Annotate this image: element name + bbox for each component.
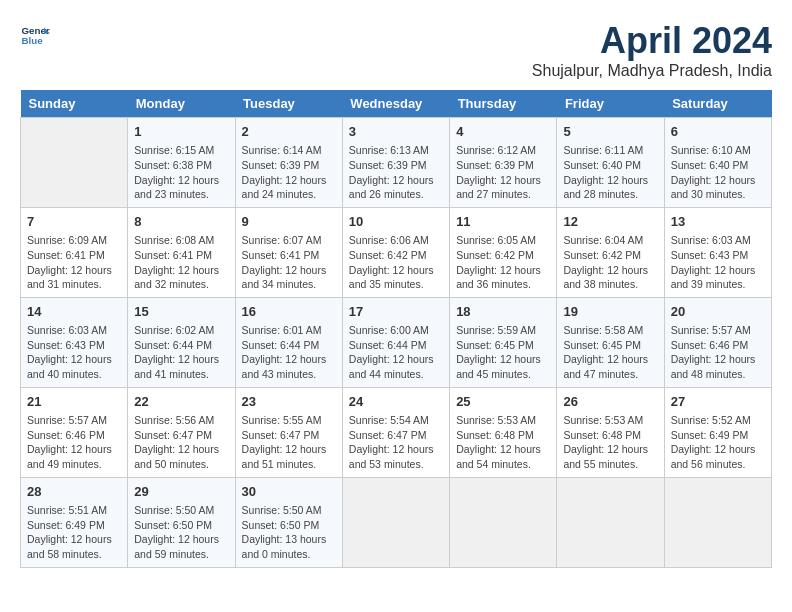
calendar-table: SundayMondayTuesdayWednesdayThursdayFrid… bbox=[20, 90, 772, 568]
calendar-cell: 12Sunrise: 6:04 AM Sunset: 6:42 PM Dayli… bbox=[557, 207, 664, 297]
day-number: 21 bbox=[27, 393, 121, 411]
day-number: 5 bbox=[563, 123, 657, 141]
day-info: Sunrise: 6:07 AM Sunset: 6:41 PM Dayligh… bbox=[242, 233, 336, 292]
day-info: Sunrise: 6:03 AM Sunset: 6:43 PM Dayligh… bbox=[27, 323, 121, 382]
calendar-week-row: 14Sunrise: 6:03 AM Sunset: 6:43 PM Dayli… bbox=[21, 297, 772, 387]
day-number: 4 bbox=[456, 123, 550, 141]
day-info: Sunrise: 5:57 AM Sunset: 6:46 PM Dayligh… bbox=[27, 413, 121, 472]
day-info: Sunrise: 6:00 AM Sunset: 6:44 PM Dayligh… bbox=[349, 323, 443, 382]
calendar-cell: 2Sunrise: 6:14 AM Sunset: 6:39 PM Daylig… bbox=[235, 118, 342, 208]
calendar-cell: 20Sunrise: 5:57 AM Sunset: 6:46 PM Dayli… bbox=[664, 297, 771, 387]
day-info: Sunrise: 5:54 AM Sunset: 6:47 PM Dayligh… bbox=[349, 413, 443, 472]
day-info: Sunrise: 6:14 AM Sunset: 6:39 PM Dayligh… bbox=[242, 143, 336, 202]
page-header: General Blue April 2024 Shujalpur, Madhy… bbox=[20, 20, 772, 80]
calendar-cell: 16Sunrise: 6:01 AM Sunset: 6:44 PM Dayli… bbox=[235, 297, 342, 387]
calendar-cell: 14Sunrise: 6:03 AM Sunset: 6:43 PM Dayli… bbox=[21, 297, 128, 387]
calendar-cell bbox=[450, 477, 557, 567]
calendar-week-row: 1Sunrise: 6:15 AM Sunset: 6:38 PM Daylig… bbox=[21, 118, 772, 208]
weekday-header: Sunday bbox=[21, 90, 128, 118]
day-info: Sunrise: 6:09 AM Sunset: 6:41 PM Dayligh… bbox=[27, 233, 121, 292]
day-number: 10 bbox=[349, 213, 443, 231]
calendar-header: SundayMondayTuesdayWednesdayThursdayFrid… bbox=[21, 90, 772, 118]
weekday-header: Tuesday bbox=[235, 90, 342, 118]
day-number: 8 bbox=[134, 213, 228, 231]
title-section: April 2024 Shujalpur, Madhya Pradesh, In… bbox=[532, 20, 772, 80]
calendar-cell: 17Sunrise: 6:00 AM Sunset: 6:44 PM Dayli… bbox=[342, 297, 449, 387]
calendar-cell: 22Sunrise: 5:56 AM Sunset: 6:47 PM Dayli… bbox=[128, 387, 235, 477]
day-number: 6 bbox=[671, 123, 765, 141]
day-info: Sunrise: 5:50 AM Sunset: 6:50 PM Dayligh… bbox=[242, 503, 336, 562]
location-title: Shujalpur, Madhya Pradesh, India bbox=[532, 62, 772, 80]
day-number: 29 bbox=[134, 483, 228, 501]
calendar-cell: 29Sunrise: 5:50 AM Sunset: 6:50 PM Dayli… bbox=[128, 477, 235, 567]
calendar-cell bbox=[557, 477, 664, 567]
calendar-cell: 30Sunrise: 5:50 AM Sunset: 6:50 PM Dayli… bbox=[235, 477, 342, 567]
day-number: 19 bbox=[563, 303, 657, 321]
calendar-cell: 24Sunrise: 5:54 AM Sunset: 6:47 PM Dayli… bbox=[342, 387, 449, 477]
calendar-cell: 26Sunrise: 5:53 AM Sunset: 6:48 PM Dayli… bbox=[557, 387, 664, 477]
day-number: 25 bbox=[456, 393, 550, 411]
day-info: Sunrise: 6:02 AM Sunset: 6:44 PM Dayligh… bbox=[134, 323, 228, 382]
calendar-cell: 6Sunrise: 6:10 AM Sunset: 6:40 PM Daylig… bbox=[664, 118, 771, 208]
day-info: Sunrise: 5:53 AM Sunset: 6:48 PM Dayligh… bbox=[456, 413, 550, 472]
svg-text:Blue: Blue bbox=[22, 35, 44, 46]
day-number: 15 bbox=[134, 303, 228, 321]
day-number: 26 bbox=[563, 393, 657, 411]
day-info: Sunrise: 5:56 AM Sunset: 6:47 PM Dayligh… bbox=[134, 413, 228, 472]
calendar-cell: 28Sunrise: 5:51 AM Sunset: 6:49 PM Dayli… bbox=[21, 477, 128, 567]
calendar-cell: 4Sunrise: 6:12 AM Sunset: 6:39 PM Daylig… bbox=[450, 118, 557, 208]
weekday-header: Monday bbox=[128, 90, 235, 118]
logo-icon: General Blue bbox=[20, 20, 50, 50]
day-number: 23 bbox=[242, 393, 336, 411]
day-info: Sunrise: 6:06 AM Sunset: 6:42 PM Dayligh… bbox=[349, 233, 443, 292]
day-number: 30 bbox=[242, 483, 336, 501]
day-info: Sunrise: 6:05 AM Sunset: 6:42 PM Dayligh… bbox=[456, 233, 550, 292]
calendar-cell: 19Sunrise: 5:58 AM Sunset: 6:45 PM Dayli… bbox=[557, 297, 664, 387]
day-info: Sunrise: 5:50 AM Sunset: 6:50 PM Dayligh… bbox=[134, 503, 228, 562]
day-number: 27 bbox=[671, 393, 765, 411]
calendar-cell bbox=[664, 477, 771, 567]
calendar-cell bbox=[342, 477, 449, 567]
day-info: Sunrise: 6:11 AM Sunset: 6:40 PM Dayligh… bbox=[563, 143, 657, 202]
calendar-cell: 1Sunrise: 6:15 AM Sunset: 6:38 PM Daylig… bbox=[128, 118, 235, 208]
day-number: 28 bbox=[27, 483, 121, 501]
day-info: Sunrise: 6:10 AM Sunset: 6:40 PM Dayligh… bbox=[671, 143, 765, 202]
calendar-cell: 10Sunrise: 6:06 AM Sunset: 6:42 PM Dayli… bbox=[342, 207, 449, 297]
day-number: 3 bbox=[349, 123, 443, 141]
weekday-header: Friday bbox=[557, 90, 664, 118]
day-number: 7 bbox=[27, 213, 121, 231]
calendar-week-row: 7Sunrise: 6:09 AM Sunset: 6:41 PM Daylig… bbox=[21, 207, 772, 297]
weekday-header: Saturday bbox=[664, 90, 771, 118]
day-number: 1 bbox=[134, 123, 228, 141]
day-number: 2 bbox=[242, 123, 336, 141]
day-info: Sunrise: 6:12 AM Sunset: 6:39 PM Dayligh… bbox=[456, 143, 550, 202]
day-number: 16 bbox=[242, 303, 336, 321]
calendar-cell: 11Sunrise: 6:05 AM Sunset: 6:42 PM Dayli… bbox=[450, 207, 557, 297]
day-number: 18 bbox=[456, 303, 550, 321]
day-info: Sunrise: 6:01 AM Sunset: 6:44 PM Dayligh… bbox=[242, 323, 336, 382]
calendar-cell: 21Sunrise: 5:57 AM Sunset: 6:46 PM Dayli… bbox=[21, 387, 128, 477]
day-info: Sunrise: 5:57 AM Sunset: 6:46 PM Dayligh… bbox=[671, 323, 765, 382]
calendar-week-row: 21Sunrise: 5:57 AM Sunset: 6:46 PM Dayli… bbox=[21, 387, 772, 477]
day-info: Sunrise: 5:51 AM Sunset: 6:49 PM Dayligh… bbox=[27, 503, 121, 562]
day-info: Sunrise: 5:58 AM Sunset: 6:45 PM Dayligh… bbox=[563, 323, 657, 382]
calendar-cell: 23Sunrise: 5:55 AM Sunset: 6:47 PM Dayli… bbox=[235, 387, 342, 477]
weekday-row: SundayMondayTuesdayWednesdayThursdayFrid… bbox=[21, 90, 772, 118]
day-number: 13 bbox=[671, 213, 765, 231]
calendar-cell: 18Sunrise: 5:59 AM Sunset: 6:45 PM Dayli… bbox=[450, 297, 557, 387]
weekday-header: Thursday bbox=[450, 90, 557, 118]
day-info: Sunrise: 6:03 AM Sunset: 6:43 PM Dayligh… bbox=[671, 233, 765, 292]
day-info: Sunrise: 6:04 AM Sunset: 6:42 PM Dayligh… bbox=[563, 233, 657, 292]
calendar-cell: 5Sunrise: 6:11 AM Sunset: 6:40 PM Daylig… bbox=[557, 118, 664, 208]
day-info: Sunrise: 6:13 AM Sunset: 6:39 PM Dayligh… bbox=[349, 143, 443, 202]
day-info: Sunrise: 5:59 AM Sunset: 6:45 PM Dayligh… bbox=[456, 323, 550, 382]
calendar-cell: 8Sunrise: 6:08 AM Sunset: 6:41 PM Daylig… bbox=[128, 207, 235, 297]
calendar-cell: 25Sunrise: 5:53 AM Sunset: 6:48 PM Dayli… bbox=[450, 387, 557, 477]
day-info: Sunrise: 5:52 AM Sunset: 6:49 PM Dayligh… bbox=[671, 413, 765, 472]
weekday-header: Wednesday bbox=[342, 90, 449, 118]
day-number: 20 bbox=[671, 303, 765, 321]
day-number: 9 bbox=[242, 213, 336, 231]
day-number: 22 bbox=[134, 393, 228, 411]
calendar-cell: 9Sunrise: 6:07 AM Sunset: 6:41 PM Daylig… bbox=[235, 207, 342, 297]
calendar-cell bbox=[21, 118, 128, 208]
